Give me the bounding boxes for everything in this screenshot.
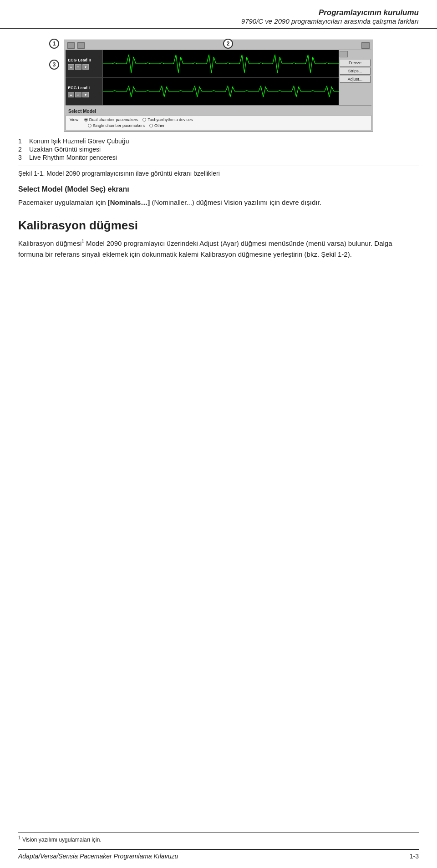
ecg-channels: ECG Lead II ▲ Σ ▼ (66, 50, 339, 105)
ecg-lead1-label-area: ECG Lead I ▲ Σ ▼ (66, 78, 103, 105)
radio-dot-2 (142, 118, 146, 122)
screenshot-box: ECG Lead II ▲ Σ ▼ (64, 40, 373, 132)
main-content: 1 2 3 (0, 29, 437, 292)
ecg-lead1-btn-down[interactable]: ▼ (82, 92, 89, 97)
label-num-1: 1 (18, 137, 25, 145)
ecg-lead2-controls: ▲ Σ ▼ (68, 64, 100, 70)
kalibrasyon-body: Kalibrasyon düğmesi1 Model 2090 programl… (18, 238, 419, 259)
footnote-text: Vision yazılımı uygulamaları için. (22, 837, 102, 843)
select-model-label: Select Model (68, 109, 96, 114)
label-item-3: 3 Live Rhythm Monitor penceresi (18, 154, 419, 161)
label-text-3: Live Rhythm Monitor penceresi (29, 154, 117, 161)
radio-single-chamber[interactable]: Single chamber pacemakers (88, 123, 145, 128)
footer-page-num: 1-3 (410, 853, 419, 860)
window-icon (340, 51, 348, 57)
footnote-sup: 1 (18, 835, 21, 840)
section-heading: Kalibrasyon düğmesi (18, 218, 419, 233)
badge-3: 3 (49, 60, 59, 70)
ecg-lead1-wave (103, 78, 339, 105)
freeze-button[interactable]: Freeze (340, 59, 371, 66)
ecg-lead1-row: ECG Lead I ▲ Σ ▼ (66, 78, 339, 105)
ecg-section: ECG Lead II ▲ Σ ▼ (66, 50, 371, 105)
label-item-2: 2 Uzaktan Görüntü simgesi (18, 146, 419, 153)
ecg-btn-down[interactable]: ▼ (82, 64, 89, 70)
footer-title: Adapta/Versa/Sensia Pacemaker Programlam… (18, 853, 178, 860)
figure-caption-text: Şekil 1-1. Model 2090 programlayıcısının… (18, 170, 220, 177)
radio-label-2: Tachyarrhythmia devices (147, 117, 193, 122)
label-num-2: 2 (18, 146, 25, 153)
header-title-line1: Programlayıcının kurulumu (18, 8, 419, 17)
footnote-area: 1 Vision yazılımı uygulamaları için. (18, 832, 419, 843)
page-footer: Adapta/Versa/Sensia Pacemaker Programlam… (18, 849, 419, 860)
select-model-heading: Select Model (Model Seç) ekranı (18, 185, 419, 193)
ecg-lead1-text: ECG Lead I (68, 86, 100, 90)
ecg-lead1-controls: ▲ Σ ▼ (68, 92, 100, 97)
ecg-lead1-btn-up[interactable]: ▲ (68, 92, 74, 97)
radio-label-4: Other (154, 123, 165, 128)
screen-top-bar (66, 41, 371, 50)
right-panel: Freeze Strips... Adjust... (339, 50, 371, 105)
ecg-lead2-wave (103, 50, 339, 77)
ecg-lead1-btn-sym[interactable]: Σ (75, 92, 81, 97)
radio-dot-1 (84, 118, 88, 122)
pacemaker-text: Pacemaker uygulamaları için [Nominals…] … (18, 197, 419, 208)
model-row-2: Single chamber pacemakers Other (88, 123, 367, 128)
radio-other[interactable]: Other (149, 123, 165, 128)
adjust-button[interactable]: Adjust... (340, 76, 371, 83)
label-item-1: 1 Konum Işık Huzmeli Görev Çubuğu (18, 137, 419, 145)
model-row-1: View: Dual chamber pacemakers Tachyarrhy… (70, 117, 367, 122)
toolbar-icon1 (67, 42, 75, 49)
ecg-btn-up[interactable]: ▲ (68, 64, 74, 70)
label-num-3: 3 (18, 154, 25, 161)
radio-dual-chamber[interactable]: Dual chamber pacemakers (84, 117, 138, 122)
ecg-lead2-label-area: ECG Lead II ▲ Σ ▼ (66, 50, 103, 77)
footnote-superscript: 1 (81, 239, 84, 244)
toolbar-icon3 (361, 42, 370, 49)
label-text-2: Uzaktan Görüntü simgesi (29, 146, 101, 153)
radio-tachyarrhythmia[interactable]: Tachyarrhythmia devices (142, 117, 193, 122)
screenshot-labels: 1 Konum Işık Huzmeli Görev Çubuğu 2 Uzak… (18, 137, 419, 161)
screenshot-wrapper: 1 2 3 (64, 40, 373, 132)
select-model-options: View: Dual chamber pacemakers Tachyarrhy… (66, 115, 371, 130)
figure-caption: Şekil 1-1. Model 2090 programlayıcısının… (18, 166, 419, 177)
header-title-line2: 9790/C ve 2090 programlayıcıları arasınd… (18, 17, 419, 25)
page-header: Programlayıcının kurulumu 9790/C ve 2090… (0, 0, 437, 29)
toolbar-icon2 (77, 42, 85, 49)
badge-2: 2 (223, 39, 233, 49)
strips-button[interactable]: Strips... (340, 67, 371, 75)
select-model-bar: Select Model (66, 105, 371, 115)
ecg-lead2-row: ECG Lead II ▲ Σ ▼ (66, 50, 339, 78)
radio-label-1: Dual chamber pacemakers (89, 117, 138, 122)
radio-label-3: Single chamber pacemakers (93, 123, 145, 128)
view-label: View: (70, 117, 80, 122)
badge-1: 1 (49, 39, 59, 49)
radio-dot-4 (149, 124, 153, 127)
radio-dot-3 (88, 124, 91, 127)
label-text-1: Konum Işık Huzmeli Görev Çubuğu (29, 137, 129, 145)
ecg-lead2-text: ECG Lead II (68, 58, 100, 62)
ecg-btn-sym[interactable]: Σ (75, 64, 81, 70)
